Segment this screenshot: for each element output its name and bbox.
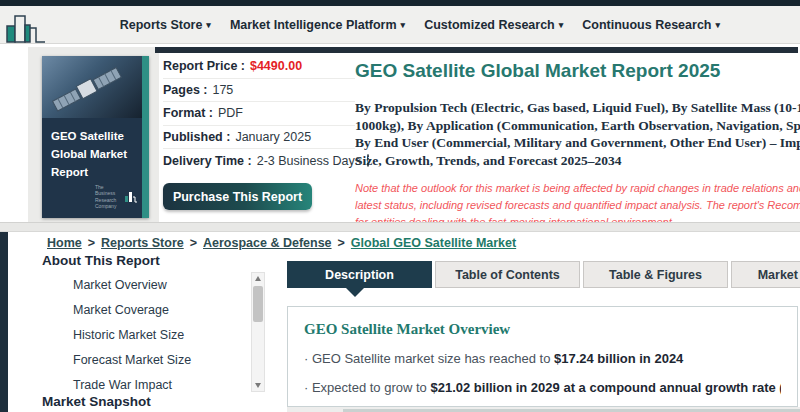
details-top-bar (155, 47, 798, 53)
pages-label: Pages : (163, 83, 207, 97)
tab-table-of-contents[interactable]: Table of Contents (435, 261, 580, 288)
bullet-bold-value: $21.02 billion in 2029 at a compound ann… (430, 380, 781, 395)
scrollbar-thumb[interactable] (253, 286, 263, 322)
chevron-down-icon: ▾ (715, 21, 720, 30)
overview-heading: GEO Satellite Market Overview (304, 321, 781, 338)
sidebar-item-market-overview[interactable]: Market Overview (73, 273, 243, 298)
nav-reports-store[interactable]: Reports Store▾ (120, 18, 211, 32)
published-label: Published : (163, 130, 230, 144)
sidebar-section-about: About This Report (42, 253, 160, 268)
sidebar-list: Market Overview Market Coverage Historic… (73, 273, 243, 398)
bullet-text: · GEO Satellite market size has reached … (304, 351, 554, 366)
main-nav: Reports Store▾ Market Intelligence Platf… (120, 6, 720, 44)
published-value: January 2025 (235, 130, 311, 144)
price-value: $4490.00 (250, 59, 302, 73)
delivery-value: 2-3 Business Days (257, 154, 361, 168)
nav-label: Market Intelligence Platform (230, 18, 397, 32)
delivery-label: Delivery Time : (163, 154, 252, 168)
tab-table-and-figures[interactable]: Table & Figures (583, 261, 728, 288)
chevron-down-icon: ▾ (206, 21, 211, 30)
site-header: Reports Store▾ Market Intelligence Platf… (0, 6, 800, 44)
satellite-photo (42, 56, 142, 118)
nav-label: Customized Research (424, 18, 555, 32)
cover-teal-stripe (142, 56, 149, 218)
overview-bullet-market-size: · GEO Satellite market size has reached … (304, 351, 781, 366)
nav-market-intelligence-platform[interactable]: Market Intelligence Platform▾ (230, 18, 405, 32)
company-logo[interactable] (5, 14, 47, 48)
chevron-down-icon: ▾ (401, 21, 406, 30)
nav-customized-research[interactable]: Customized Research▾ (424, 18, 563, 32)
format-label: Format : (163, 106, 213, 120)
breadcrumb-current-page[interactable]: Global GEO Satellite Market (351, 236, 516, 250)
report-cover-image: GEO Satellite Global Market Report The B… (42, 56, 149, 218)
cover-title: GEO Satellite Global Market Report (42, 128, 142, 181)
breadcrumb-aerospace-defense[interactable]: Aerospace & Defense (203, 236, 332, 250)
scroll-down-icon[interactable] (252, 380, 264, 391)
nav-label: Reports Store (120, 18, 203, 32)
breadcrumb-separator: > (190, 236, 197, 250)
page-title: GEO Satellite Global Market Report 2025 (355, 60, 720, 82)
report-tabs: Description Table of Contents Table & Fi… (287, 261, 800, 288)
nav-continuous-research[interactable]: Continuous Research▾ (582, 18, 720, 32)
overview-bullet-growth: · Expected to grow to $21.02 billion in … (304, 380, 781, 395)
detail-row-delivery: Delivery Time : 2-3 Business Days i (163, 149, 355, 173)
satellite-illustration-icon (42, 56, 142, 118)
section-divider (0, 222, 800, 232)
description-line: Size, Growth, Trends, and Forecast 2025–… (355, 152, 800, 170)
bar-chart-logo-icon (5, 14, 47, 44)
breadcrumb-home[interactable]: Home (47, 236, 82, 250)
description-line: By End User (Commercial, Military and Go… (355, 134, 800, 152)
scroll-up-icon[interactable] (252, 273, 264, 284)
detail-row-price: Report Price : $4490.00 (163, 55, 355, 79)
chevron-down-icon: ▾ (559, 21, 564, 30)
breadcrumb: Home > Reports Store > Aerospace & Defen… (47, 236, 516, 250)
breadcrumb-reports-store[interactable]: Reports Store (101, 236, 184, 250)
detail-row-pages: Pages : 175 (163, 79, 355, 103)
active-tab-pointer (346, 288, 364, 297)
purchase-report-button[interactable]: Purchase This Report (163, 183, 312, 210)
sidebar-item-market-coverage[interactable]: Market Coverage (73, 298, 243, 323)
breadcrumb-separator: > (338, 236, 345, 250)
description-line: By Propulsion Tech (Electric, Gas based,… (355, 99, 800, 117)
format-value: PDF (218, 106, 243, 120)
sidebar-scrollbar[interactable] (251, 272, 265, 392)
nav-label: Continuous Research (582, 18, 711, 32)
tab-description[interactable]: Description (287, 261, 432, 288)
breadcrumb-separator: > (88, 236, 95, 250)
sidebar-item-historic-market-size[interactable]: Historic Market Size (73, 323, 243, 348)
detail-row-format: Format : PDF (163, 102, 355, 126)
price-label: Report Price : (163, 59, 245, 73)
report-description: By Propulsion Tech (Electric, Gas based,… (355, 99, 800, 169)
bullet-bold-value: $17.24 billion in 2024 (554, 351, 683, 366)
bullet-text: · Expected to grow to (304, 380, 430, 395)
cover-brand-logo: The Business Research Company (95, 184, 137, 209)
tab-market-insights[interactable]: Market Insights (731, 261, 800, 288)
left-accent-strip (0, 232, 8, 412)
note-line: latest status, including revised forecas… (355, 197, 800, 214)
description-line: 1000kg), By Application (Communication, … (355, 117, 800, 135)
description-panel: GEO Satellite Market Overview · GEO Sate… (287, 306, 798, 407)
sidebar-item-forecast-market-size[interactable]: Forecast Market Size (73, 348, 243, 373)
cover-brand-text: The Business Research Company (95, 184, 122, 209)
report-details: Report Price : $4490.00 Pages : 175 Form… (163, 55, 355, 173)
pages-value: 175 (212, 83, 233, 97)
bar-chart-logo-icon (125, 191, 137, 203)
sidebar-section-snapshot: Market Snapshot (42, 394, 151, 409)
note-line: Note that the outlook for this market is… (355, 180, 800, 197)
detail-row-published: Published : January 2025 (163, 126, 355, 150)
